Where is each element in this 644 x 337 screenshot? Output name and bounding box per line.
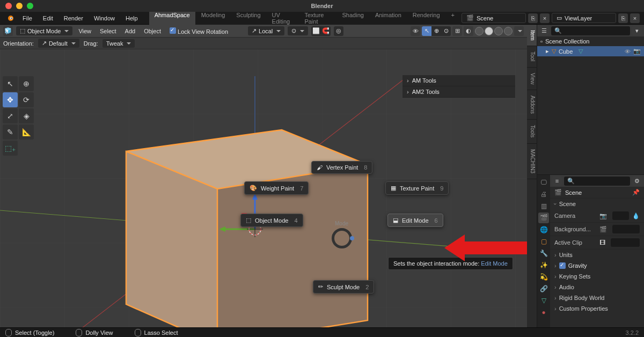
ptab-output[interactable]: 🖨 bbox=[538, 189, 549, 200]
ptab-constraints[interactable]: 🔗 bbox=[538, 283, 549, 294]
ptab-material[interactable]: ● bbox=[538, 307, 549, 318]
blender-logo-icon[interactable] bbox=[4, 13, 14, 24]
npanel-section-am-tools[interactable]: › AM Tools bbox=[402, 75, 515, 86]
ptab-physics[interactable]: 💫 bbox=[538, 272, 549, 282]
maximize-window-button[interactable] bbox=[27, 3, 33, 9]
workspace-tab-rendering[interactable]: Rendering bbox=[407, 10, 445, 27]
menu-window[interactable]: Window bbox=[89, 13, 120, 23]
close-window-button[interactable] bbox=[5, 3, 12, 9]
npanel-tab-view[interactable]: View bbox=[527, 68, 537, 91]
pin-icon[interactable]: 📌 bbox=[632, 189, 640, 196]
outliner-row-collection[interactable]: ▫Scene Collection bbox=[537, 36, 644, 46]
scene-selector[interactable]: 🎬Scene bbox=[462, 13, 526, 23]
pivot-point-selector[interactable]: ⊙ bbox=[288, 26, 308, 35]
pie-item-texture-paint[interactable]: ▦Texture Paint9 bbox=[385, 181, 449, 195]
props-section-audio[interactable]: Audio bbox=[550, 282, 644, 292]
pie-item-weight-paint[interactable]: 🎨Weight Paint7 bbox=[244, 181, 309, 195]
workspace-tab-modeling[interactable]: Modeling bbox=[196, 10, 231, 27]
camera-restrict-icon[interactable]: 📷 bbox=[633, 48, 641, 55]
tool-select-box[interactable]: ↖ bbox=[3, 76, 18, 91]
props-options[interactable]: ⚙ bbox=[632, 176, 642, 186]
shading-material-icon[interactable] bbox=[494, 27, 503, 35]
shading-options-button[interactable] bbox=[514, 26, 524, 36]
pie-item-edit-mode[interactable]: ⬓Edit Mode6 bbox=[387, 214, 443, 227]
viewlayer-new-button[interactable]: ⎘ bbox=[618, 13, 628, 23]
npanel-tab-machin3[interactable]: MACHIN3 bbox=[527, 144, 537, 179]
lock-view-rotation-toggle[interactable]: Lock View Rotation bbox=[167, 26, 231, 36]
workspace-tab-uvediting[interactable]: UV Editing bbox=[267, 10, 299, 27]
npanel-tab-addons[interactable]: Addons bbox=[527, 90, 537, 120]
tool-measure[interactable]: 📐 bbox=[19, 124, 34, 140]
drag-selector[interactable]: Tweak bbox=[103, 39, 135, 48]
viewport-3d[interactable]: ↖⊕ ✥⟳ ⤢◈ ✎📐 ⬚₊ Options › AM Tools › AM2 … bbox=[0, 49, 527, 327]
shading-solid-icon[interactable] bbox=[485, 27, 493, 35]
props-section-gravity[interactable]: Gravity bbox=[550, 260, 644, 271]
props-section-scene[interactable]: Scene bbox=[550, 199, 644, 209]
props-section-units[interactable]: Units bbox=[550, 250, 644, 260]
npanel-section-am2-tools[interactable]: › AM2 Tools bbox=[402, 86, 515, 98]
gizmo-toggles[interactable]: ↖⊕⊙ bbox=[422, 26, 451, 36]
props-section-custom[interactable]: Custom Properties bbox=[550, 303, 644, 314]
scene-new-button[interactable]: ⎘ bbox=[528, 13, 538, 23]
npanel-tab-tools[interactable]: Tools bbox=[527, 120, 537, 143]
viewport-menu-add[interactable]: Add bbox=[122, 27, 138, 35]
ptab-particles[interactable]: ✨ bbox=[538, 260, 549, 270]
minimize-window-button[interactable] bbox=[16, 3, 23, 9]
npanel-tab-tool[interactable]: Tool bbox=[527, 46, 537, 67]
visibility-toggle-icon[interactable]: 👁 bbox=[625, 48, 631, 55]
scene-delete-button[interactable]: × bbox=[540, 13, 550, 23]
npanel-tab-item[interactable]: Item bbox=[527, 25, 537, 46]
outliner-filter-button[interactable]: ▾ bbox=[632, 26, 642, 35]
orientation-selector[interactable]: ↗ Default bbox=[38, 39, 79, 48]
tool-move[interactable]: ✥ bbox=[3, 92, 18, 107]
overlays-button[interactable]: ⊞ bbox=[452, 26, 462, 36]
shading-rendered-icon[interactable] bbox=[504, 27, 513, 35]
tool-annotate[interactable]: ✎ bbox=[3, 124, 18, 140]
ptab-data[interactable]: ▽ bbox=[538, 295, 549, 306]
gizmo-3d-cursor[interactable] bbox=[215, 189, 301, 275]
viewport-menu-object[interactable]: Object bbox=[141, 27, 164, 35]
menu-file[interactable]: File bbox=[18, 13, 37, 23]
props-section-rigidbody[interactable]: Rigid Body World bbox=[550, 292, 644, 303]
eyedropper-icon[interactable]: 💧 bbox=[632, 213, 640, 219]
viewlayer-delete-button[interactable]: × bbox=[630, 13, 640, 23]
properties-search[interactable]: 🔍 bbox=[564, 177, 630, 186]
props-editor-type[interactable]: ≡ bbox=[552, 176, 562, 186]
props-camera-field[interactable]: Camera📷💧 bbox=[550, 209, 644, 223]
viewport-visibility-button[interactable]: 👁 bbox=[411, 26, 420, 36]
workspace-tab-sculpting[interactable]: Sculpting bbox=[231, 10, 266, 27]
ptab-modifiers[interactable]: 🔧 bbox=[538, 248, 549, 259]
pie-item-object-mode[interactable]: ⬚Object Mode4 bbox=[240, 214, 303, 227]
workspace-tab-add[interactable]: + bbox=[446, 10, 460, 27]
mode-selector[interactable]: ⬚Object Mode bbox=[16, 26, 72, 35]
outliner-editor-type[interactable]: ☰ bbox=[539, 26, 549, 35]
props-activeclip-field[interactable]: Active Clip🎞 bbox=[550, 236, 644, 250]
props-background-field[interactable]: Background...🎬 bbox=[550, 223, 644, 236]
proportional-edit-toggle[interactable]: ◎ bbox=[334, 26, 343, 36]
menu-help[interactable]: Help bbox=[121, 13, 143, 23]
tool-add-cube[interactable]: ⬚₊ bbox=[3, 141, 18, 156]
tool-rotate[interactable]: ⟳ bbox=[19, 92, 34, 107]
pie-item-sculpt-mode[interactable]: ✏Sculpt Mode2 bbox=[313, 280, 374, 294]
snap-toggle[interactable]: ⬜🧲 bbox=[311, 26, 331, 36]
menu-render[interactable]: Render bbox=[59, 13, 88, 23]
ptab-render[interactable]: 🖵 bbox=[538, 177, 549, 188]
ptab-world[interactable]: 🌐 bbox=[538, 224, 549, 235]
workspace-tab-animation[interactable]: Animation bbox=[370, 10, 407, 27]
editor-type-button[interactable]: 🧊 bbox=[3, 26, 13, 36]
tool-transform[interactable]: ◈ bbox=[19, 108, 34, 123]
tool-scale[interactable]: ⤢ bbox=[3, 108, 18, 123]
props-section-keying[interactable]: Keying Sets bbox=[550, 271, 644, 282]
ptab-viewlayer[interactable]: ▥ bbox=[538, 201, 549, 211]
pie-item-vertex-paint[interactable]: 🖌Vertex Paint8 bbox=[311, 161, 372, 174]
shading-wireframe-icon[interactable] bbox=[475, 27, 484, 35]
viewlayer-selector[interactable]: ▭ViewLayer bbox=[552, 13, 616, 23]
workspace-tab-ahmadspace[interactable]: AhmadSpace bbox=[149, 10, 195, 27]
transform-orientation-selector[interactable]: ↗ Local bbox=[248, 26, 284, 35]
menu-edit[interactable]: Edit bbox=[38, 13, 58, 23]
tool-cursor[interactable]: ⊕ bbox=[19, 76, 34, 91]
shading-modes[interactable] bbox=[475, 27, 513, 35]
checkbox-checked-icon[interactable] bbox=[559, 262, 566, 269]
xray-toggle[interactable]: ◐ bbox=[464, 26, 473, 36]
workspace-tab-texturepaint[interactable]: Texture Paint bbox=[299, 10, 336, 27]
